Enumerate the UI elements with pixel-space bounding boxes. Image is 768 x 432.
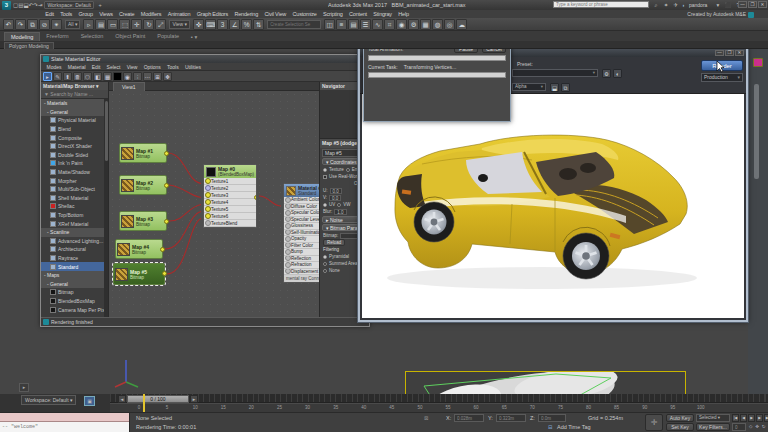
current-frame-field[interactable] [732, 423, 746, 431]
menu-item[interactable]: Tools [57, 11, 75, 17]
move-icon[interactable]: ✛ [131, 19, 142, 30]
node-output-socket[interactable] [254, 195, 258, 200]
sme-menu-item[interactable]: View [124, 64, 140, 70]
workspace-add-icon[interactable]: + [96, 1, 104, 9]
time-slider-track[interactable] [110, 394, 768, 403]
bitmap-node[interactable]: Map #2Bitmap [119, 175, 167, 195]
schematic-view-icon[interactable]: ⌗ [384, 19, 395, 30]
fetch-icon[interactable]: ⇥ [38, 2, 43, 8]
undo-icon[interactable]: ↶ [3, 19, 14, 30]
menu-item[interactable]: Graph Editors [194, 11, 232, 17]
pan-tool-icon[interactable]: ✥ [163, 72, 172, 81]
spinner-snap-icon[interactable]: ⇅ [253, 19, 264, 30]
browser-item[interactable]: Shell Material [41, 194, 108, 203]
selection-filter-dropdown[interactable]: All ▾ [65, 20, 80, 29]
save-image-icon[interactable]: ⬓ [550, 83, 559, 92]
redo-icon[interactable]: ↷ [15, 19, 26, 30]
menu-item[interactable]: Stingray [370, 11, 395, 17]
menu-item[interactable]: Help [395, 11, 412, 17]
realworld-checkbox[interactable] [323, 175, 327, 179]
texture-slot[interactable]: Texture6 [204, 213, 256, 220]
clone-window-icon[interactable]: ⧉ [561, 83, 570, 92]
browser-item[interactable]: Bitmap [41, 288, 108, 297]
rfw-minimize-button[interactable]: — [715, 50, 724, 56]
menu-item[interactable]: Create [116, 11, 138, 17]
go-start-button[interactable]: |◀ [732, 414, 739, 422]
named-selection-set-field[interactable] [267, 20, 321, 29]
isolate-toggle-icon[interactable]: ▣ [84, 396, 95, 406]
selection-lock-icon[interactable]: ⊠ [424, 415, 429, 421]
render-setup-small-icon[interactable]: ⚙ [602, 69, 611, 78]
keyboard-override-icon[interactable]: ⌨ [205, 19, 216, 30]
vw-radio[interactable] [337, 203, 341, 207]
workspace-dropdown[interactable]: Workspace: Default [44, 1, 94, 9]
browser-item[interactable]: Camera Map Per Pixel [41, 305, 108, 314]
browser-item[interactable]: - Maps [41, 271, 108, 280]
browser-scrollbar[interactable] [104, 99, 108, 317]
y-coordinate-field[interactable] [496, 414, 526, 422]
sme-menu-item[interactable]: Modes [44, 64, 64, 70]
browser-header[interactable]: Material/Map Browser ▾ [41, 82, 108, 90]
select-object-icon[interactable]: ▹ [83, 19, 94, 30]
ribbon-overflow-icon[interactable]: ▪ ▾ [185, 33, 203, 41]
curve-editor-icon[interactable]: ∿ [372, 19, 383, 30]
angle-snap-icon[interactable]: ∠ [229, 19, 240, 30]
browser-item[interactable]: DirectX Shader [41, 142, 108, 151]
menu-item[interactable]: Group [75, 11, 96, 17]
bind-spacewarp-icon[interactable]: ✴ [51, 19, 62, 30]
go-end-button[interactable]: ▶| [764, 414, 768, 422]
ribbon-tab[interactable]: Modeling [4, 32, 40, 41]
polygon-modeling-panel[interactable]: Polygon Modeling [4, 42, 54, 49]
browser-search-field[interactable]: ▼ Search by Name ... [41, 90, 108, 99]
material-editor-icon[interactable]: ◉ [396, 19, 407, 30]
expand-button[interactable]: ▸ [19, 383, 29, 392]
listener-pane[interactable]: -- "welcome" [0, 422, 129, 432]
time-slider-handle[interactable]: 0 / 100 [127, 395, 189, 403]
texture-slot[interactable]: Texture4 [204, 199, 256, 206]
show-end-result-icon[interactable]: ◉ [123, 72, 132, 81]
orbit-icon[interactable]: ↻ [761, 423, 767, 431]
texture-slot[interactable]: Texture5 [204, 206, 256, 213]
time-forward-arrow[interactable]: ► [190, 395, 198, 403]
search-star-icon[interactable]: ✦ [662, 1, 670, 9]
material-slot[interactable]: Displacement [284, 269, 319, 276]
delete-selected-icon[interactable]: 🗑 [73, 72, 82, 81]
sme-title-bar[interactable]: Slate Material Editor [41, 55, 369, 63]
mirror-icon[interactable]: ◫ [324, 19, 335, 30]
node-output-socket[interactable] [164, 151, 169, 156]
render-mode-dropdown[interactable]: Production ▾ [701, 73, 743, 82]
prev-frame-button[interactable]: ◀ [740, 414, 747, 422]
signed-in-user[interactable]: pandora [689, 2, 707, 8]
browser-item[interactable]: Composite [41, 133, 108, 142]
selected-dropdown[interactable]: Selected ▾ [696, 414, 730, 422]
node-output-socket[interactable] [164, 183, 169, 188]
unlink-icon[interactable]: ⊘ [39, 19, 50, 30]
put-to-library-icon[interactable]: ⬆ [63, 72, 72, 81]
maximize-button[interactable]: ❐ [748, 1, 757, 8]
ribbon-tab[interactable]: Selection [75, 32, 110, 41]
key-filters-button[interactable]: Key Filters... [696, 423, 730, 431]
channel-dropdown[interactable]: Alpha▾ [512, 83, 546, 91]
z-coordinate-field[interactable] [538, 414, 566, 422]
browser-item[interactable]: - General [41, 108, 108, 117]
environ-radio[interactable] [346, 168, 350, 172]
layout-vertical-icon[interactable]: ⁝ [133, 72, 142, 81]
browser-item[interactable]: XRef Material [41, 219, 108, 228]
reload-button[interactable]: Reload [323, 239, 345, 246]
x-coordinate-field[interactable] [454, 414, 484, 422]
layer-explorer-icon[interactable]: ▤ [348, 19, 359, 30]
sme-menu-item[interactable]: Options [141, 64, 163, 70]
node-canvas[interactable]: Map #1Bitmap Map #2Bitmap Map #3Bitmap [109, 91, 319, 317]
manipulate-icon[interactable]: ✜ [193, 19, 204, 30]
next-frame-button[interactable]: ▶ [756, 414, 763, 422]
fov-icon[interactable]: ◇ [748, 423, 754, 431]
snap-3d-icon[interactable]: 3 [217, 19, 228, 30]
rotate-icon[interactable]: ↻ [143, 19, 154, 30]
browser-item[interactable]: Architectural [41, 245, 108, 254]
layout-all-icon[interactable]: ⋯ [143, 72, 152, 81]
zoom-extents-icon[interactable]: ⊞ [153, 72, 162, 81]
browser-item[interactable]: Ink 'n Paint [41, 159, 108, 168]
pan-view-icon[interactable]: ✥ [755, 423, 761, 431]
bitmap-node[interactable]: Map #1Bitmap [119, 143, 167, 163]
percent-snap-icon[interactable]: % [241, 19, 252, 30]
